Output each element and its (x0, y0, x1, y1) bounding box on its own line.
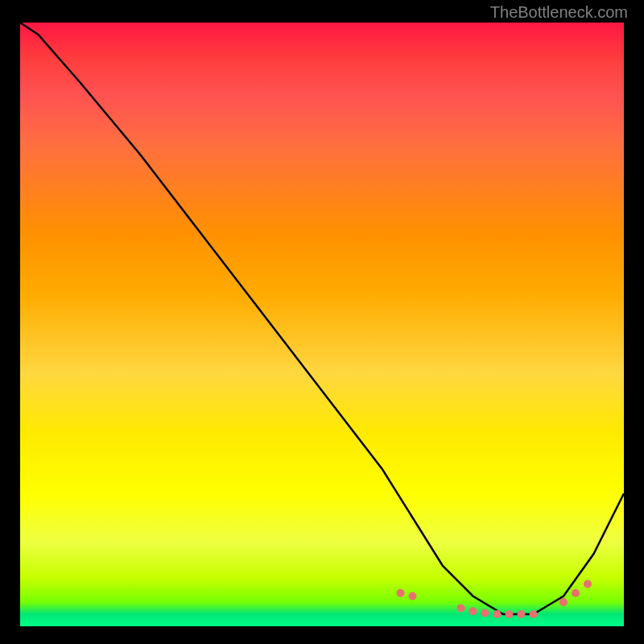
curve-marker (506, 610, 514, 618)
curve-marker (409, 592, 417, 601)
curve-marker (481, 609, 489, 617)
bottleneck-chart (20, 23, 624, 626)
curve-marker (397, 589, 405, 597)
curve-marker (469, 607, 477, 615)
curve-marker (572, 589, 580, 597)
curve-marker (493, 610, 502, 618)
curve-marker (530, 610, 538, 618)
bottleneck-curve-line (20, 23, 624, 614)
curve-marker (584, 580, 592, 588)
curve-markers (397, 580, 592, 619)
attribution-text: TheBottleneck.com (490, 3, 628, 22)
curve-marker (457, 605, 465, 613)
curve-marker (518, 610, 526, 618)
curve-marker (559, 598, 568, 606)
